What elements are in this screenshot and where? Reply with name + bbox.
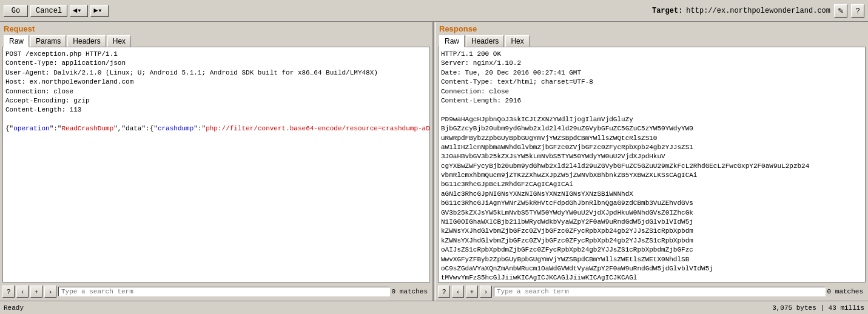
back-icon: ◄ [73,7,77,15]
response-search-next-button-plus[interactable]: + [466,286,478,298]
request-search-next-button[interactable]: › [44,286,56,298]
forward-chevron-icon: ▼ [98,8,101,13]
help-button[interactable]: ? [851,4,864,18]
status-millis: 43 millis [829,304,864,312]
back-chevron-icon: ▼ [78,8,81,13]
request-json-text: {"operation":"ReadCrashDump","data":{"cr… [5,125,430,132]
response-search-next-button[interactable]: › [480,286,492,298]
response-text: HTTP/1.1 200 OK Server: nginx/1.10.2 Dat… [439,47,865,282]
forward-icon: ► [93,7,98,15]
response-content-area[interactable]: HTTP/1.1 200 OK Server: nginx/1.10.2 Dat… [438,47,866,282]
status-right-text: 3,075 bytes | 43 millis [772,304,864,312]
go-button[interactable]: Go [4,5,28,17]
back-button[interactable]: ◄▼ [70,5,88,17]
target-info: Target: http://ex.northpolewonderland.co… [652,4,864,18]
request-plain-text: POST /exception.php HTTP/1.1 Content-Typ… [5,50,378,113]
request-text: POST /exception.php HTTP/1.1 Content-Typ… [3,47,429,136]
status-bytes: 3,075 bytes [772,304,816,312]
target-url-label: http://ex.northpolewonderland.com [686,7,830,15]
response-search-prev-button[interactable]: ‹ [452,286,464,298]
response-headers-text: HTTP/1.1 200 OK Server: nginx/1.10.2 Dat… [441,50,593,104]
toolbar: Go Cancel ◄▼ ►▼ Target: http://ex.northp… [0,0,868,22]
request-search-help-button[interactable]: ? [2,286,15,298]
response-search-help-button[interactable]: ? [438,286,450,298]
response-tabs: Raw Headers Hex [436,33,868,47]
tab-response-raw[interactable]: Raw [439,35,465,47]
tab-response-hex[interactable]: Hex [505,35,529,47]
request-search-prev-button[interactable]: ‹ [16,286,29,298]
request-panel: Request Raw Params Headers Hex POST /exc… [0,22,433,301]
cancel-button[interactable]: Cancel [30,5,67,17]
tab-request-raw[interactable]: Raw [4,35,29,47]
tab-request-headers[interactable]: Headers [67,35,106,47]
request-search-next-button-plus[interactable]: + [30,286,42,298]
tab-response-headers[interactable]: Headers [466,35,504,47]
forward-button[interactable]: ►▼ [90,5,109,17]
request-content-area[interactable]: POST /exception.php HTTP/1.1 Content-Typ… [2,47,430,282]
response-search-matches: 0 matches [827,288,866,295]
main-panels: Request Raw Params Headers Hex POST /exc… [0,22,868,301]
status-bar: Ready 3,075 bytes | 43 millis [0,301,868,314]
response-header: Response [436,22,868,33]
response-panel: Response Raw Headers Hex HTTP/1.1 200 OK… [436,22,868,301]
tab-request-params[interactable]: Params [30,35,66,47]
request-header: Request [0,22,432,33]
request-tabs: Raw Params Headers Hex [0,33,432,47]
status-left-text: Ready [4,304,772,312]
response-search-input[interactable] [494,287,826,296]
request-search-bar: ? ‹ + › 0 matches [0,282,432,301]
request-search-input[interactable] [58,287,390,296]
request-search-matches: 0 matches [392,288,430,295]
target-prefix-label: Target: [652,7,682,15]
tab-request-hex[interactable]: Hex [107,35,131,47]
response-search-bar: ? ‹ + › 0 matches [436,282,868,301]
edit-target-button[interactable]: ✎ [834,4,847,18]
